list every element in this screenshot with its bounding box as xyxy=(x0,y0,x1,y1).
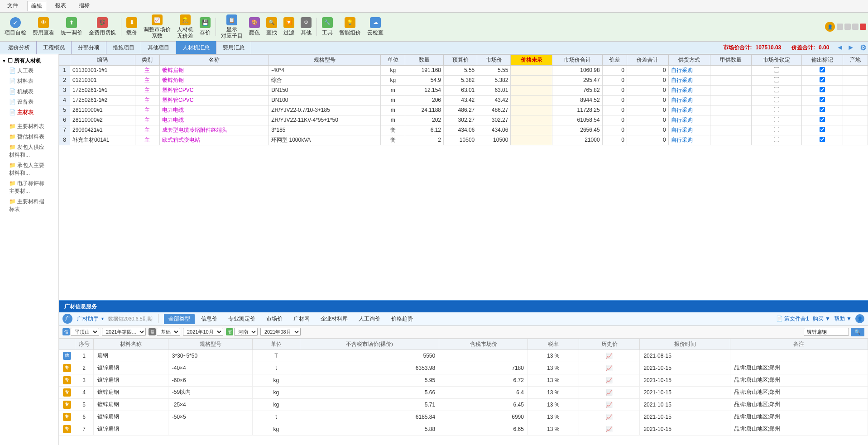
cell-supply[interactable]: 自行采购 xyxy=(668,75,710,85)
btn-other[interactable]: ⚙ 其他 xyxy=(298,16,314,38)
sidebar-item-smart-material[interactable]: 📁 暂估材料表 xyxy=(0,132,58,142)
bp-cell-name[interactable]: 镀锌扁钢 xyxy=(93,386,168,398)
bp-helper-btn[interactable]: 广材助手 ▼ xyxy=(77,315,105,323)
bp-table-row[interactable]: 专 6 镀锌扁钢 -50×5 t 6185.84 6990 13 % 📈 202… xyxy=(59,411,868,423)
th-supply[interactable]: 供货方式 xyxy=(668,54,710,65)
nav-right-icon[interactable]: ► xyxy=(847,43,854,52)
bth-spec[interactable]: 规格型号 xyxy=(168,339,253,349)
bp-cell-name[interactable]: 镀锌扁钢 xyxy=(93,374,168,386)
bp-table-row[interactable]: 信 1 扁钢 3*30~5*50 T 5550 13 % 📈 2021-08-1… xyxy=(59,349,868,362)
btn-fee-view[interactable]: 👁 费用查看 xyxy=(30,16,57,38)
cell-market[interactable]: 5.55 xyxy=(477,65,511,75)
bth-date[interactable]: 报价时间 xyxy=(640,339,730,349)
btn-display[interactable]: 📋 显示对应子目 xyxy=(218,14,245,40)
output-checkbox[interactable] xyxy=(820,77,825,82)
region-select[interactable]: 河南 xyxy=(234,328,258,336)
cell-code[interactable]: 补充主材001#1 xyxy=(70,135,135,145)
lock-checkbox[interactable] xyxy=(774,67,779,72)
bp-cell-hist[interactable]: 📈 xyxy=(579,362,640,374)
cell-lock[interactable] xyxy=(752,125,801,135)
bp-cell-hist[interactable]: 📈 xyxy=(579,374,640,386)
city-select[interactable]: 平顶山 xyxy=(71,328,99,336)
th-budget[interactable]: 预算价 xyxy=(444,54,477,65)
bp-table-wrapper[interactable]: 序号 材料名称 规格型号 单位 不含税市场价(裸价) 含税市场价 税率 历史价 … xyxy=(59,339,868,445)
cell-supply[interactable]: 自行采购 xyxy=(668,85,710,95)
bp-buy-btn[interactable]: 购买 ▼ xyxy=(813,315,830,323)
tab-items[interactable]: 分部分项 xyxy=(72,41,106,54)
btn-filter[interactable]: 🔽 过滤 xyxy=(281,16,297,38)
output-checkbox[interactable] xyxy=(820,87,825,92)
data-table-wrapper[interactable]: 编码 类别 名称 规格型号 单位 数量 预算价 市场价 价格未录 市场价合计 价… xyxy=(59,54,868,300)
nav-left-icon[interactable]: ◄ xyxy=(836,43,844,52)
bp-tab-measure[interactable]: 专业测定价 xyxy=(224,314,260,324)
cell-output[interactable] xyxy=(801,65,843,75)
bp-cell-name[interactable]: 镀锌扁钢 xyxy=(93,362,168,374)
th-jia-qty[interactable]: 甲供数量 xyxy=(710,54,752,65)
bth-unit[interactable]: 单位 xyxy=(253,339,300,349)
cell-market[interactable]: 43.42 xyxy=(477,95,511,105)
tab-fee-summary[interactable]: 费用汇总 xyxy=(216,41,251,54)
th-price-unrecorded[interactable]: 价格未录 xyxy=(511,54,552,65)
month-select[interactable]: 2021年10月 xyxy=(183,328,223,336)
sidebar-root[interactable]: ▼ ☐ 所有人材机 xyxy=(0,56,58,66)
cell-code[interactable]: 17250261-1#1 xyxy=(70,85,135,95)
lock-checkbox[interactable] xyxy=(774,87,779,92)
table-row[interactable]: 1 01130301-1#1 主 镀锌扁钢 -40*4 kg 191.168 5… xyxy=(59,65,868,75)
category-select[interactable]: 基础 xyxy=(157,328,180,336)
sidebar-item-indicator[interactable]: 📁 主要材料指标表 xyxy=(0,196,58,215)
sidebar-item-main-material-table[interactable]: 📁 主要材料表 xyxy=(0,121,58,132)
cell-output[interactable] xyxy=(801,95,843,105)
btn-stock[interactable]: 💾 存价 xyxy=(197,16,213,38)
sidebar-item-main-material[interactable]: 📄 主材表 xyxy=(0,107,58,118)
cell-supply[interactable]: 自行采购 xyxy=(668,125,710,135)
cell-output[interactable] xyxy=(801,105,843,115)
cell-market[interactable]: 63.01 xyxy=(477,85,511,95)
bp-table-row[interactable]: 专 4 镀锌扁钢 -59以内 kg 5.66 6.4 13 % 📈 2021-1… xyxy=(59,386,868,398)
output-checkbox[interactable] xyxy=(820,107,825,112)
sidebar-item-equipment[interactable]: 📄 设备表 xyxy=(0,97,58,107)
tab-remote-analysis[interactable]: 远价分析 xyxy=(2,41,37,54)
cell-name[interactable]: 镀锌扁钢 xyxy=(160,65,269,75)
lock-checkbox[interactable] xyxy=(774,77,779,82)
bp-cell-hist[interactable]: 📈 xyxy=(579,423,640,435)
th-market-total[interactable]: 市场价合计 xyxy=(552,54,602,65)
bp-files-btn[interactable]: 📄 策文件合1 xyxy=(776,315,809,323)
menu-edit[interactable]: 编辑 xyxy=(27,1,46,11)
th-diff-total[interactable]: 价差合计 xyxy=(627,54,669,65)
bp-cell-hist[interactable]: 📈 xyxy=(579,386,640,398)
table-row[interactable]: 7 29090421#1 主 成套型电缆冷缩附件终端头 3*185 套 6.12… xyxy=(59,125,868,135)
bp-user-icon[interactable]: 👤 xyxy=(855,314,864,323)
cell-price-unrecorded[interactable] xyxy=(511,115,552,125)
bth-tax[interactable]: 含税市场价 xyxy=(439,339,528,349)
sidebar-item-ebid[interactable]: 📁 电子标评标主要材... xyxy=(0,178,58,196)
cell-price-unrecorded[interactable] xyxy=(511,125,552,135)
cell-lock[interactable] xyxy=(752,95,801,105)
search-input[interactable] xyxy=(804,328,849,336)
table-row[interactable]: 8 补充主材001#1 主 欧式箱式变电站 环网型 1000kVA 套 2 10… xyxy=(59,135,868,145)
bp-tab-trend[interactable]: 价格趋势 xyxy=(387,314,417,324)
lock-checkbox[interactable] xyxy=(774,107,779,112)
th-market[interactable]: 市场价 xyxy=(477,54,511,65)
btn-adjust-market[interactable]: 📈 调整市场价系数 xyxy=(141,14,173,40)
cell-price-unrecorded[interactable] xyxy=(511,75,552,85)
sidebar-item-machine[interactable]: 📄 机械表 xyxy=(0,86,58,97)
cell-price-unrecorded[interactable] xyxy=(511,135,552,145)
bth-note[interactable]: 备注 xyxy=(730,339,868,349)
cell-output[interactable] xyxy=(801,135,843,145)
bp-cell-name[interactable]: 镀锌扁钢 xyxy=(93,411,168,423)
cell-market[interactable]: 434.06 xyxy=(477,125,511,135)
bp-tab-market[interactable]: 市场价 xyxy=(262,314,287,324)
bp-tab-manual[interactable]: 人工询价 xyxy=(354,314,385,324)
bp-cell-name[interactable]: 扁钢 xyxy=(93,349,168,362)
cell-name[interactable]: 成套型电缆冷缩附件终端头 xyxy=(160,125,269,135)
cell-market[interactable]: 10500 xyxy=(477,135,511,145)
bth-hist[interactable]: 历史价 xyxy=(579,339,640,349)
cell-lock[interactable] xyxy=(752,115,801,125)
bp-tab-network[interactable]: 广材网 xyxy=(289,314,314,324)
cell-output[interactable] xyxy=(801,75,843,85)
output-checkbox[interactable] xyxy=(820,67,825,72)
btn-cloud-check[interactable]: ☁ 云检查 xyxy=(364,16,386,38)
sidebar-item-material[interactable]: 📄 材料表 xyxy=(0,76,58,86)
th-name[interactable]: 名称 xyxy=(160,54,269,65)
tab-overview[interactable]: 工程概况 xyxy=(37,41,72,54)
